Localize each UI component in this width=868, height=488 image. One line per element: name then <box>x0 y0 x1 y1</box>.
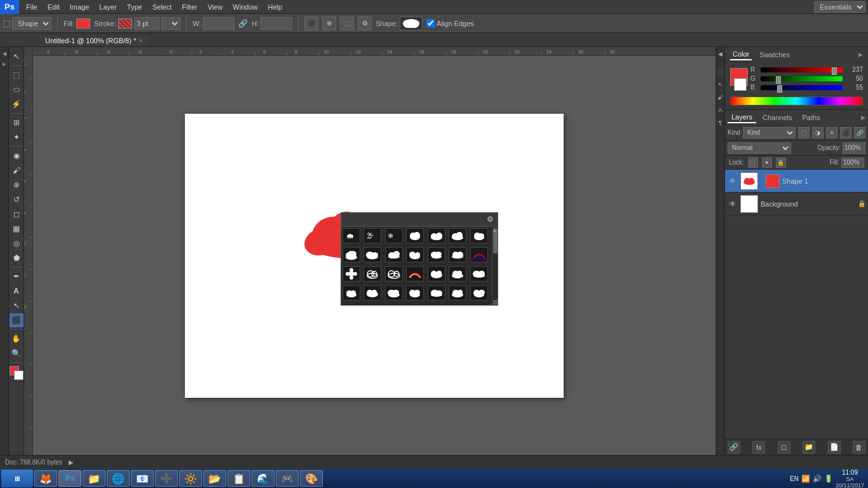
shape-thumb-cloud17[interactable] <box>406 285 424 301</box>
canvas-area[interactable]: -8 -6 -4 -2 0 2 4 6 8 10 12 14 16 18 20 … <box>24 47 715 455</box>
shape-thumb-cloud-outline1[interactable] <box>363 266 381 281</box>
taskbar-app5[interactable]: ➕ <box>155 470 178 487</box>
tool-crop[interactable]: ⊞ <box>10 116 24 130</box>
shape-picker-gear-icon[interactable]: ⚙ <box>487 215 494 224</box>
taskbar-files[interactable]: 📂 <box>203 470 226 487</box>
menu-edit[interactable]: Edit <box>43 2 64 12</box>
layers-panel-expand[interactable]: ▶ <box>861 114 865 121</box>
taskbar-explorer[interactable]: 📁 <box>83 470 105 487</box>
shape-thumb-cloud5[interactable] <box>342 247 360 262</box>
taskbar-outlook[interactable]: 📧 <box>131 470 154 487</box>
scroll-up-arrow[interactable]: ▲ <box>492 228 497 233</box>
shape-thumb-cloud4[interactable] <box>470 228 488 243</box>
shape-thumb-cloud7[interactable] <box>385 247 403 262</box>
start-button[interactable]: ⊞ <box>1 470 33 487</box>
menu-type[interactable]: Type <box>123 2 147 12</box>
strip-icon5[interactable]: ¶ <box>716 117 725 128</box>
filter-icon-type[interactable]: A <box>826 127 837 139</box>
stroke-type-dropdown[interactable]: — <box>161 17 180 30</box>
taskbar-photoshop[interactable]: Ps <box>58 470 81 487</box>
shape-thumb-rainbow2[interactable] <box>406 266 424 281</box>
tool-eyedropper[interactable]: ✦ <box>10 130 24 144</box>
background-swatch[interactable] <box>14 370 24 380</box>
shape-thumb-cloud20[interactable] <box>470 285 488 301</box>
layer-visibility-shape1[interactable]: 👁 <box>728 176 738 186</box>
color-panel-expand[interactable]: ▶ <box>858 51 863 58</box>
link-layers-btn[interactable]: 🔗 <box>728 441 740 454</box>
tool-history[interactable]: ↺ <box>10 193 24 207</box>
filter-icon-adjust[interactable]: ◑ <box>812 127 824 139</box>
workspace-dropdown[interactable]: Essentials <box>814 1 865 13</box>
shape-thumb-cloud10[interactable] <box>449 247 466 262</box>
shape-thumb-cloud11[interactable] <box>428 266 445 281</box>
shape-thumb-fog[interactable]: 🌫 <box>363 228 381 243</box>
settings-btn[interactable]: ⚙ <box>358 17 372 30</box>
layer-item-background[interactable]: 👁 Background 🔒 <box>725 193 868 215</box>
new-group-btn[interactable]: 📁 <box>803 441 815 454</box>
menu-layer[interactable]: Layer <box>95 2 121 12</box>
tool-zoom[interactable]: 🔍 <box>10 346 24 360</box>
color-spectrum[interactable] <box>730 97 863 105</box>
menu-select[interactable]: Select <box>148 2 177 12</box>
layer-item-shape1[interactable]: 👁 Shape 1 <box>725 170 868 193</box>
tool-mode-dropdown[interactable]: Shape Path Pixels <box>12 17 51 30</box>
menu-view[interactable]: View <box>203 2 227 12</box>
color-tab[interactable]: Color <box>730 49 752 60</box>
tool-stamp[interactable]: ⊕ <box>10 178 24 192</box>
workspace-selector[interactable]: Essentials <box>814 1 865 13</box>
fx-btn[interactable]: fx <box>752 441 765 454</box>
filter-icon-smart[interactable]: 🔗 <box>854 127 865 139</box>
width-input[interactable] <box>203 17 234 30</box>
shape-preview[interactable] <box>400 17 423 30</box>
strip-icon3[interactable]: 🖌 <box>716 92 725 103</box>
shape-thumb-rainbow1[interactable] <box>470 247 488 262</box>
layers-kind-dropdown[interactable]: Kind <box>743 127 796 139</box>
tool-shape[interactable]: ⬛ <box>10 313 24 327</box>
lock-position-btn[interactable]: ✦ <box>762 158 772 168</box>
lock-pixels-btn[interactable]: ⬚ <box>748 158 758 168</box>
shape-thumb-cloud13[interactable] <box>470 266 488 281</box>
shape-thumb-rain[interactable]: 🌧 <box>342 228 360 243</box>
shape-thumb-cloud16[interactable] <box>385 285 403 301</box>
channels-tab[interactable]: Channels <box>759 112 796 123</box>
shape-thumb-cloud14[interactable] <box>342 285 360 301</box>
shape-thumb-cloud3[interactable] <box>449 228 466 243</box>
opacity-input[interactable] <box>843 142 865 154</box>
tool-eraser[interactable]: ◻ <box>10 207 24 221</box>
strip-collapse-icon[interactable]: ◀ <box>716 48 725 60</box>
tool-spot-heal[interactable]: ◉ <box>10 149 24 163</box>
g-slider[interactable] <box>761 76 843 81</box>
tool-gradient[interactable]: ▦ <box>10 222 24 236</box>
shape-thumb-cloud-outline2[interactable] <box>385 266 403 281</box>
tool-path-select[interactable]: ↖ <box>10 299 24 313</box>
status-arrow[interactable]: ▶ <box>69 459 74 466</box>
layers-tab[interactable]: Layers <box>728 112 756 123</box>
shape-thumb-cloud9[interactable] <box>428 247 445 262</box>
tab-close-btn[interactable]: × <box>139 37 142 44</box>
taskbar-app6[interactable]: 🔆 <box>179 470 202 487</box>
menu-file[interactable]: File <box>22 2 42 12</box>
layer-visibility-bg[interactable]: 👁 <box>728 199 738 209</box>
height-input[interactable] <box>261 17 292 30</box>
tool-hand[interactable]: ✋ <box>10 332 24 346</box>
stroke-color-swatch[interactable] <box>118 18 132 29</box>
tool-pen[interactable]: ✒ <box>10 269 24 283</box>
menu-filter[interactable]: Filter <box>177 2 201 12</box>
shape-thumb-cloud15[interactable] <box>363 285 381 301</box>
lock-all-btn[interactable]: 🔒 <box>776 158 786 168</box>
align-edges-checkbox[interactable] <box>426 19 435 27</box>
shape-thumb-cloud8[interactable] <box>406 247 424 262</box>
shape-thumb-cloud12[interactable] <box>449 266 466 281</box>
document-tab[interactable]: Untitled-1 @ 100% (RGB/8) * × <box>38 34 150 46</box>
new-layer-btn[interactable]: 📄 <box>828 441 841 454</box>
swatches-tab[interactable]: Swatches <box>757 50 792 60</box>
strip-icon1[interactable]: ⬚ <box>716 66 725 78</box>
strip-icon2[interactable]: ↖ <box>716 79 725 90</box>
align-btn2[interactable]: ⊕ <box>322 17 336 30</box>
filter-icon-shape[interactable]: ⬛ <box>840 127 851 139</box>
menu-window[interactable]: Window <box>228 2 262 12</box>
shape-picker-scrollbar[interactable]: ▲ ▼ <box>492 227 498 305</box>
menu-image[interactable]: Image <box>65 2 94 12</box>
align-btn1[interactable]: ⬛ <box>304 17 318 30</box>
collapse-left-arrow[interactable]: ◀ <box>1 50 8 58</box>
